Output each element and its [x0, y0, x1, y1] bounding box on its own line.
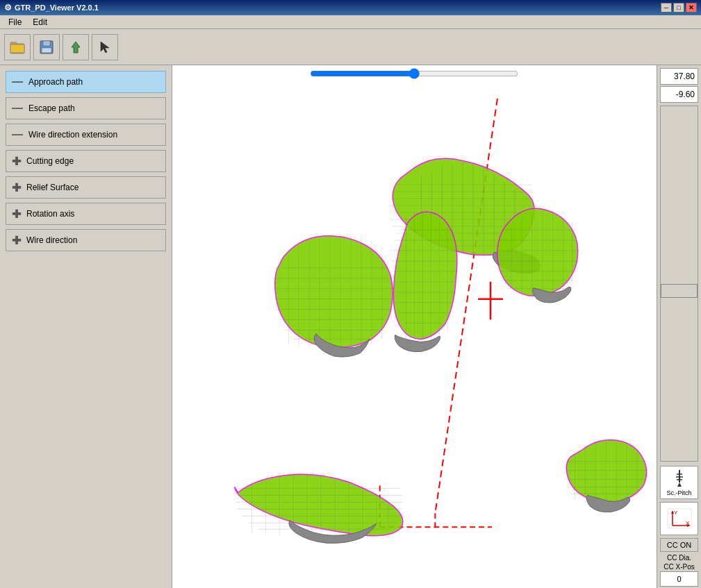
title-bar-controls[interactable]: ─ □ ✕: [661, 3, 697, 12]
main-area: — Approach path — Escape path — Wire dir…: [0, 65, 701, 588]
sc-pitch-icon: [668, 469, 691, 488]
open-folder-icon: [9, 39, 26, 56]
rotation-axis-label: Rotation axis: [26, 209, 74, 219]
menu-edit[interactable]: Edit: [27, 16, 53, 28]
value-1: 37.80: [674, 72, 695, 81]
title-bar-left: ⚙ GTR_PD_Viewer V2.0.1: [4, 3, 99, 12]
scrollbar-track[interactable]: [660, 106, 698, 462]
plus-icon-rotation: ✚: [12, 208, 21, 221]
open-folder-button[interactable]: [4, 34, 31, 60]
minus-icon-wire-ext: —: [12, 128, 23, 141]
relief-surface-button[interactable]: ✚ Relief Surface: [6, 176, 166, 199]
approach-path-button[interactable]: — Approach path: [6, 71, 166, 93]
minus-icon-escape: —: [12, 102, 23, 115]
yx-axis-button[interactable]: Y X: [660, 502, 698, 535]
cc-on-label: CC ON: [667, 541, 691, 549]
plus-icon-wire-dir: ✚: [12, 234, 21, 247]
top-slider[interactable]: [221, 68, 609, 79]
plus-icon-cutting: ✚: [12, 155, 21, 168]
svg-rect-4: [43, 41, 50, 46]
yx-axis-icon: Y X: [667, 508, 692, 529]
save-icon: [38, 39, 55, 56]
svg-text:Y: Y: [674, 510, 678, 516]
minimize-button[interactable]: ─: [661, 3, 672, 12]
wire-direction-extension-label: Wire direction extension: [28, 130, 117, 140]
3d-scene: [172, 65, 657, 588]
wire-direction-label: Wire direction: [26, 235, 77, 245]
plus-icon-relief: ✚: [12, 181, 21, 194]
svg-marker-117: [677, 482, 682, 487]
cutting-edge-button[interactable]: ✚ Cutting edge: [6, 150, 166, 172]
svg-text:X: X: [686, 520, 690, 526]
svg-rect-5: [42, 48, 51, 53]
svg-marker-6: [72, 42, 80, 53]
canvas-area[interactable]: [172, 65, 657, 588]
value-box-2: -9.60: [660, 86, 698, 103]
escape-path-label: Escape path: [28, 103, 75, 113]
value-box-1: 37.80: [660, 68, 698, 85]
value-2: -9.60: [676, 90, 695, 99]
cc-on-button[interactable]: CC ON: [660, 538, 698, 552]
cc-dia-label: CC Dia.: [657, 553, 701, 562]
right-controls: 37.80 -9.60 Sc.-Pitch: [657, 65, 701, 588]
maximize-button[interactable]: □: [673, 3, 684, 12]
title-bar: ⚙ GTR_PD_Viewer V2.0.1 ─ □ ✕: [0, 0, 701, 15]
sc-pitch-button[interactable]: Sc.-Pitch: [660, 466, 698, 499]
sc-pitch-label: Sc.-Pitch: [666, 489, 691, 496]
save-button[interactable]: [33, 34, 60, 60]
svg-marker-7: [101, 42, 109, 53]
approach-path-label: Approach path: [28, 77, 83, 87]
upload-icon: [67, 39, 84, 56]
slider-input[interactable]: [311, 68, 519, 79]
rotation-axis-button[interactable]: ✚ Rotation axis: [6, 203, 166, 225]
wire-direction-button[interactable]: ✚ Wire direction: [6, 229, 166, 251]
upload-button[interactable]: [63, 34, 89, 60]
cc-xpos-value: 0: [660, 571, 698, 587]
minus-icon-approach: —: [12, 76, 23, 88]
cutting-edge-label: Cutting edge: [26, 156, 74, 166]
escape-path-button[interactable]: — Escape path: [6, 97, 166, 119]
app-icon: ⚙: [4, 3, 12, 12]
wire-direction-extension-button[interactable]: — Wire direction extension: [6, 124, 166, 146]
svg-rect-2: [10, 44, 24, 53]
app-title: GTR_PD_Viewer V2.0.1: [15, 3, 99, 12]
cc-xpos-label: CC X-Pos: [657, 562, 701, 571]
menu-bar: File Edit: [0, 15, 701, 29]
left-panel: — Approach path — Escape path — Wire dir…: [0, 65, 172, 588]
cursor-icon: [97, 39, 113, 56]
relief-surface-label: Relief Surface: [26, 183, 79, 192]
cursor-button[interactable]: [92, 34, 118, 60]
scrollbar-thumb[interactable]: [661, 284, 698, 298]
close-button[interactable]: ✕: [686, 3, 697, 12]
menu-file[interactable]: File: [3, 16, 27, 28]
toolbar: [0, 29, 701, 65]
